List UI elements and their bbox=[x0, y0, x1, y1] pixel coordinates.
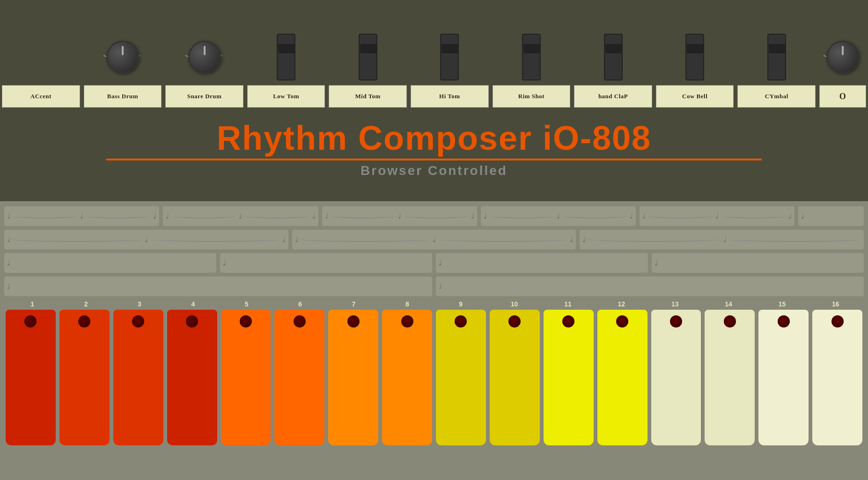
extra-knob[interactable] bbox=[826, 41, 859, 73]
mid-tom-fader[interactable] bbox=[359, 34, 377, 80]
extra-label: O bbox=[819, 85, 866, 108]
rim-shot-fader[interactable] bbox=[522, 34, 541, 80]
hi-tom-fader-area bbox=[411, 29, 489, 85]
pattern-seg-row4-2: ♩ bbox=[435, 276, 864, 297]
pattern-seg-wide-2: ♩ ♩ ♩ bbox=[292, 229, 577, 250]
pattern-seg-row4-1: ♩ bbox=[4, 276, 433, 297]
pattern-seg-5: ♩ ♩ ♩ bbox=[639, 206, 795, 226]
hand-clap-label: hand ClaP bbox=[574, 85, 652, 108]
hi-tom-fader-handle[interactable] bbox=[441, 44, 458, 53]
step-num-14: 14 bbox=[702, 300, 755, 308]
pattern-seg-row3-4: ♩ bbox=[651, 253, 864, 273]
cow-bell-label: Cow Bell bbox=[656, 85, 734, 108]
step-num-9: 9 bbox=[434, 300, 487, 308]
top-section: ACcent Bass Drum bbox=[0, 0, 868, 201]
low-tom-fader-handle[interactable] bbox=[278, 44, 295, 53]
cymbal-fader-area bbox=[737, 29, 816, 85]
instrument-mid-tom: Mid Tom bbox=[327, 0, 409, 108]
instrument-rim-shot: Rim Shot bbox=[491, 0, 573, 108]
main-title: Rhythm Composer iO-808 bbox=[217, 121, 651, 155]
hand-clap-fader-handle[interactable] bbox=[605, 44, 622, 53]
step-btn-8[interactable] bbox=[382, 310, 432, 445]
cow-bell-fader[interactable] bbox=[685, 34, 704, 80]
instrument-hi-tom: Hi Tom bbox=[409, 0, 491, 108]
snare-drum-knob-area bbox=[165, 29, 243, 85]
pattern-seg-wide-1: ♩ ♩ ♩ bbox=[4, 229, 289, 250]
controls-row: ACcent Bass Drum bbox=[0, 0, 868, 108]
step-num-4: 4 bbox=[166, 300, 220, 308]
step-btn-6[interactable] bbox=[274, 310, 324, 445]
pattern-seg-row3-1: ♩ bbox=[4, 253, 217, 273]
snare-drum-label: Snare Drum bbox=[165, 85, 243, 108]
step-btn-16[interactable] bbox=[812, 310, 862, 445]
low-tom-fader[interactable] bbox=[277, 34, 295, 80]
accent-knob-area bbox=[2, 29, 80, 85]
extra-knob-container bbox=[822, 36, 864, 78]
bass-drum-knob-container bbox=[102, 36, 144, 78]
step-num-10: 10 bbox=[487, 300, 541, 308]
pattern-seg-6-partial: ♩ bbox=[798, 206, 864, 226]
step-num-11: 11 bbox=[541, 300, 595, 308]
rim-shot-label: Rim Shot bbox=[493, 85, 571, 108]
pattern-row-3: ♩ ♩ ♩ ♩ bbox=[4, 253, 864, 273]
steps-row[interactable] bbox=[4, 310, 864, 445]
step-btn-14[interactable] bbox=[705, 310, 755, 445]
mid-tom-label: Mid Tom bbox=[329, 85, 407, 108]
title-underline bbox=[106, 159, 762, 160]
mid-tom-fader-handle[interactable] bbox=[360, 44, 377, 53]
hi-tom-label: Hi Tom bbox=[411, 85, 489, 108]
step-num-15: 15 bbox=[755, 300, 809, 308]
hand-clap-fader-area bbox=[574, 29, 652, 85]
instrument-low-tom: Low Tom bbox=[245, 0, 327, 108]
instrument-accent: ACcent bbox=[0, 0, 82, 108]
instrument-bass-drum: Bass Drum bbox=[82, 0, 164, 108]
step-btn-2[interactable] bbox=[59, 310, 110, 445]
hand-clap-fader[interactable] bbox=[604, 34, 623, 80]
step-btn-10[interactable] bbox=[490, 310, 540, 445]
step-btn-7[interactable] bbox=[328, 310, 378, 445]
pattern-rows: ♩ ♩ ♩ ♩ ♩ ♩ ♩ ♩ ♩ ♩ bbox=[4, 206, 864, 297]
bottom-section: ♩ ♩ ♩ ♩ ♩ ♩ ♩ ♩ ♩ ♩ bbox=[0, 201, 868, 480]
step-btn-5[interactable] bbox=[221, 310, 271, 445]
instrument-cymbal: CYmbal bbox=[736, 0, 817, 108]
pattern-seg-2: ♩ ♩ ♩ bbox=[162, 206, 318, 226]
cow-bell-fader-area bbox=[656, 29, 734, 85]
step-btn-9[interactable] bbox=[436, 310, 486, 445]
rim-shot-fader-area bbox=[493, 29, 571, 85]
step-btn-11[interactable] bbox=[544, 310, 594, 445]
step-btn-1[interactable] bbox=[6, 310, 56, 445]
step-btn-3[interactable] bbox=[113, 310, 163, 445]
step-num-3: 3 bbox=[113, 300, 166, 308]
bass-drum-label: Bass Drum bbox=[84, 85, 162, 108]
hi-tom-fader[interactable] bbox=[440, 34, 459, 80]
step-btn-15[interactable] bbox=[758, 310, 809, 445]
cymbal-fader[interactable] bbox=[767, 34, 786, 80]
pattern-seg-4: ♩ ♩ ♩ bbox=[480, 206, 636, 226]
cow-bell-fader-handle[interactable] bbox=[687, 44, 704, 53]
step-num-7: 7 bbox=[327, 300, 380, 308]
step-num-2: 2 bbox=[59, 300, 112, 308]
pattern-seg-row3-3: ♩ bbox=[435, 253, 648, 273]
cymbal-fader-handle[interactable] bbox=[769, 44, 786, 53]
snare-drum-knob[interactable] bbox=[188, 41, 221, 73]
step-num-6: 6 bbox=[273, 300, 327, 308]
step-btn-12[interactable] bbox=[597, 310, 647, 445]
snare-drum-knob-container bbox=[184, 36, 226, 78]
instrument-hand-clap: hand ClaP bbox=[572, 0, 654, 108]
bass-drum-knob[interactable] bbox=[106, 41, 139, 73]
step-num-1: 1 bbox=[6, 300, 59, 308]
cymbal-label: CYmbal bbox=[737, 85, 816, 108]
bass-drum-knob-area bbox=[84, 29, 162, 85]
pattern-seg-3: ♩ ♩ ♩ bbox=[322, 206, 478, 226]
pattern-row-4: ♩ ♩ bbox=[4, 276, 864, 297]
step-num-16: 16 bbox=[809, 300, 862, 308]
instrument-cow-bell: Cow Bell bbox=[654, 0, 736, 108]
sub-title: Browser Controlled bbox=[360, 163, 508, 178]
step-btn-13[interactable] bbox=[651, 310, 701, 445]
instrument-snare-drum: Snare Drum bbox=[163, 0, 245, 108]
rim-shot-fader-handle[interactable] bbox=[523, 44, 540, 53]
step-num-5: 5 bbox=[220, 300, 273, 308]
step-num-8: 8 bbox=[381, 300, 434, 308]
step-numbers: 12345678910111213141516 bbox=[4, 300, 864, 308]
step-btn-4[interactable] bbox=[167, 310, 217, 445]
